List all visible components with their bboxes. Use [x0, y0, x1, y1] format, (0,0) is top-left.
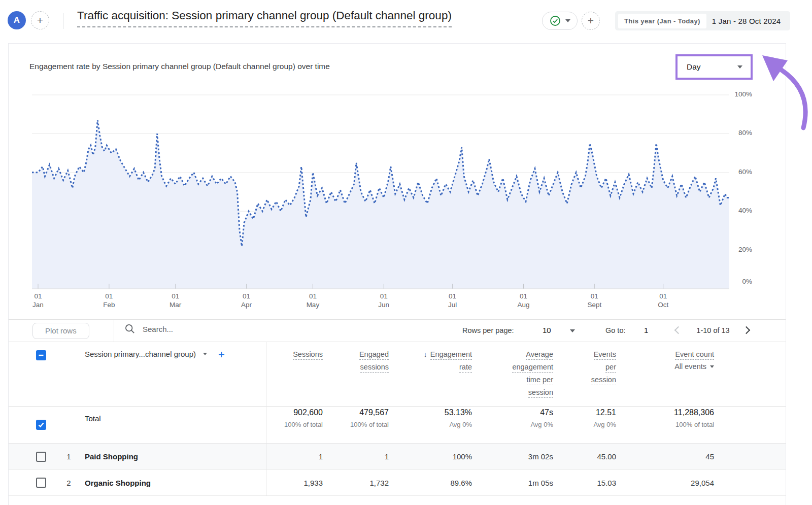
x-axis-label: 01Aug — [505, 292, 541, 309]
check-circle-icon — [550, 15, 561, 26]
column-header-events_per_session[interactable]: Eventspersession — [553, 342, 616, 400]
chart-area-fill — [32, 120, 729, 289]
total-row-checkbox[interactable] — [36, 420, 46, 430]
report-title[interactable]: Traffic acquisition: Session primary cha… — [77, 9, 452, 27]
x-axis-label: 01Feb — [91, 292, 127, 309]
metric-value: 1 — [266, 452, 323, 461]
total-metric-cell: 11,288,306100% of total — [616, 408, 714, 428]
chevron-down-icon — [710, 365, 714, 368]
select-all-checkbox[interactable] — [36, 350, 46, 360]
plus-icon: + — [37, 14, 43, 26]
table-row: 1Paid Shopping11100%3m 02s45.0045 — [9, 444, 786, 470]
dimension-header[interactable]: Session primary...channel group) — [78, 350, 196, 358]
add-comparison-button[interactable]: + — [582, 12, 600, 30]
plus-icon: + — [588, 15, 594, 27]
plot-rows-button[interactable]: Plot rows — [32, 323, 89, 339]
x-axis-label: 01Oct — [646, 292, 681, 309]
date-range-picker[interactable]: This year (Jan - Today) 1 Jan - 28 Oct 2… — [615, 11, 790, 30]
column-header-engagement_rate[interactable]: ↓Engagementrate — [389, 342, 472, 400]
date-range-value: 1 Jan - 28 Oct 2024 — [712, 17, 781, 25]
table-total-row: Total 902,600100% of total479,567100% of… — [9, 407, 786, 444]
column-header-avg_engagement_time[interactable]: Averageengagementtime persession — [472, 342, 553, 400]
row-index: 1 — [60, 452, 78, 461]
granularity-value: Day — [687, 62, 701, 72]
metric-value: 15.03 — [553, 479, 616, 487]
y-axis-label: 0% — [730, 278, 752, 285]
y-axis-label: 100% — [730, 90, 752, 98]
top-bar: A + Traffic acquisition: Session primary… — [0, 0, 812, 43]
metric-value: 1,933 — [266, 479, 323, 487]
event-count-filter[interactable]: All events — [616, 362, 714, 371]
metric-value: 89.6% — [389, 479, 472, 487]
chart-title: Engagement rate by Session primary chann… — [29, 62, 330, 71]
table-header-row: Session primary...channel group) + Sessi… — [9, 342, 786, 407]
chevron-down-icon — [565, 19, 570, 22]
rows-per-page-value[interactable]: 10 — [543, 326, 551, 334]
engagement-rate-line-chart — [32, 95, 729, 289]
chevron-down-icon[interactable] — [203, 353, 207, 355]
report-saved-status[interactable] — [542, 12, 578, 30]
previous-page-icon[interactable] — [674, 326, 683, 334]
report-card: Engagement rate by Session primary chann… — [8, 43, 786, 505]
divider — [63, 13, 63, 29]
column-header-event_count[interactable]: Event countAll events — [616, 342, 714, 400]
metric-value: 29,054 — [616, 479, 714, 487]
x-axis-label: 01Sept — [577, 292, 612, 309]
total-metric-cell: 12.51Avg 0% — [553, 408, 616, 428]
granularity-dropdown[interactable]: Day — [675, 54, 753, 80]
table-row: 2Organic Shopping1,9331,73289.6%1m 05s15… — [9, 470, 786, 496]
table-controls: Plot rows Rows per page: 10 Go to: 1 1-1… — [9, 319, 786, 342]
pagination-range: 1-10 of 13 — [689, 326, 737, 334]
column-header-sessions[interactable]: Sessions — [266, 342, 323, 400]
indeterminate-icon — [38, 352, 45, 359]
metric-value: 100% — [389, 452, 472, 461]
metric-value: 1m 05s — [472, 479, 553, 487]
row-checkbox[interactable] — [36, 452, 46, 462]
x-axis-label: 01Jul — [435, 292, 470, 309]
sort-descending-icon: ↓ — [424, 350, 427, 358]
add-dimension-button[interactable]: + — [218, 348, 225, 361]
search-input[interactable] — [142, 324, 357, 334]
column-header-engaged_sessions[interactable]: Engagedsessions — [323, 342, 389, 400]
chevron-down-icon[interactable] — [570, 329, 575, 332]
add-report-button[interactable]: + — [31, 11, 49, 29]
column-divider — [266, 342, 266, 496]
metric-value: 1,732 — [323, 479, 389, 487]
chevron-down-icon — [737, 65, 742, 69]
channel-name: Organic Shopping — [78, 479, 266, 487]
y-axis-label: 60% — [730, 168, 752, 176]
x-axis-label: 01Jun — [366, 292, 401, 309]
divider — [114, 320, 114, 342]
x-axis-label: 01Mar — [158, 292, 193, 309]
x-axis-label: 01Apr — [229, 292, 264, 309]
x-axis-label: 01Jan — [20, 292, 56, 309]
y-axis-label: 80% — [730, 129, 752, 137]
channel-name: Paid Shopping — [78, 452, 266, 461]
next-page-icon[interactable] — [742, 326, 751, 334]
metric-value: 45.00 — [553, 452, 616, 461]
go-to-label: Go to: — [605, 326, 626, 334]
check-icon — [38, 421, 45, 428]
total-metric-cell: 479,567100% of total — [323, 408, 389, 428]
total-row-label: Total — [78, 414, 266, 423]
annotation-arrow — [755, 51, 811, 134]
go-to-value[interactable]: 1 — [644, 326, 648, 334]
y-axis-label: 20% — [730, 246, 752, 253]
avatar[interactable]: A — [8, 11, 26, 29]
total-metric-cell: 902,600100% of total — [266, 408, 323, 428]
metric-value: 45 — [616, 452, 714, 461]
x-axis-label: 01May — [295, 292, 330, 309]
total-metric-cell: 53.13%Avg 0% — [389, 408, 472, 428]
y-axis-label: 40% — [730, 207, 752, 214]
date-preset-chip: This year (Jan - Today) — [618, 14, 706, 28]
total-metric-cell: 47sAvg 0% — [472, 408, 553, 428]
rows-per-page-label: Rows per page: — [462, 326, 514, 334]
search-icon — [125, 324, 135, 334]
row-checkbox[interactable] — [36, 478, 46, 488]
metric-value: 1 — [323, 452, 389, 461]
row-index: 2 — [60, 479, 78, 487]
metric-value: 3m 02s — [472, 452, 553, 461]
